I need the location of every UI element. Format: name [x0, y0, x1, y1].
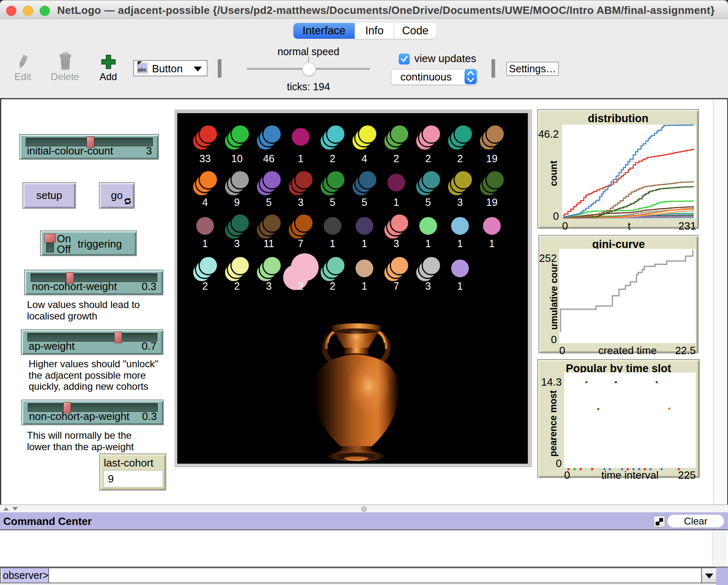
svg-text:2: 2: [234, 280, 240, 292]
svg-text:2: 2: [298, 280, 304, 292]
svg-text:1: 1: [457, 238, 463, 249]
svg-text:2: 2: [457, 153, 463, 164]
svg-text:7: 7: [298, 238, 304, 249]
svg-text:3: 3: [266, 280, 272, 292]
svg-text:4: 4: [202, 196, 208, 208]
svg-text:2: 2: [202, 280, 208, 292]
svg-text:1: 1: [362, 238, 367, 249]
svg-text:3: 3: [298, 196, 304, 208]
svg-text:10: 10: [231, 153, 243, 164]
svg-text:1: 1: [489, 238, 495, 249]
svg-text:7: 7: [393, 280, 399, 292]
svg-text:1: 1: [330, 238, 335, 249]
svg-text:5: 5: [266, 196, 272, 208]
svg-text:5: 5: [425, 196, 431, 208]
svg-text:4: 4: [362, 153, 367, 164]
svg-text:19: 19: [486, 196, 498, 208]
svg-text:5: 5: [362, 196, 367, 208]
svg-text:33: 33: [199, 153, 211, 164]
svg-text:9: 9: [234, 196, 240, 208]
svg-text:3: 3: [234, 238, 240, 249]
svg-text:19: 19: [486, 153, 498, 164]
svg-text:2: 2: [330, 280, 335, 292]
svg-text:11: 11: [264, 238, 274, 249]
svg-text:1: 1: [202, 238, 208, 249]
svg-text:1: 1: [425, 238, 431, 249]
svg-text:46: 46: [263, 153, 275, 164]
svg-text:1: 1: [393, 196, 399, 208]
svg-text:1: 1: [362, 280, 367, 292]
svg-text:3: 3: [457, 196, 463, 208]
svg-text:1: 1: [298, 153, 304, 164]
svg-text:3: 3: [393, 238, 399, 249]
svg-text:1: 1: [457, 280, 463, 292]
svg-text:2: 2: [425, 153, 431, 164]
svg-text:2: 2: [393, 153, 399, 164]
svg-text:2: 2: [330, 153, 335, 164]
svg-text:3: 3: [425, 280, 431, 292]
svg-text:5: 5: [330, 196, 335, 208]
